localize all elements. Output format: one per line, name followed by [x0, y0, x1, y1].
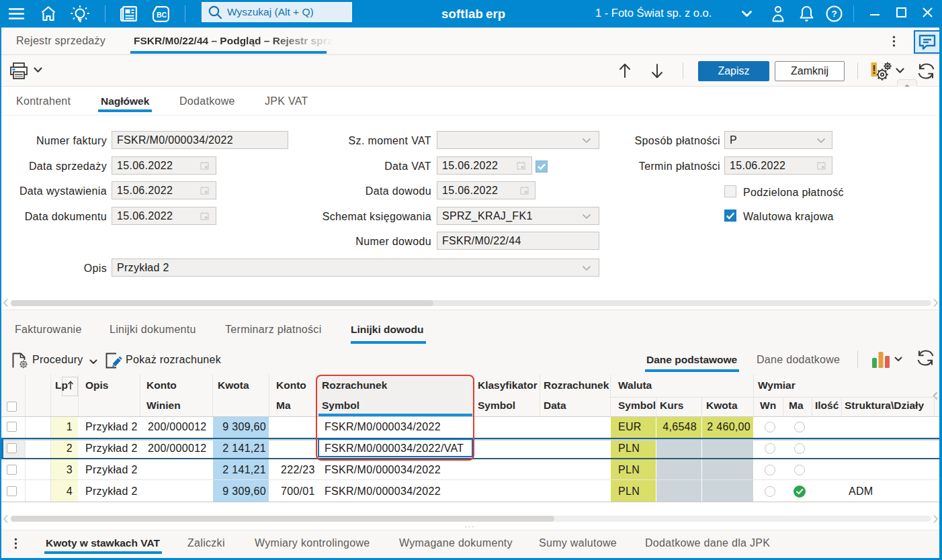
svg-text:!: !	[872, 63, 876, 77]
svg-text:?: ?	[832, 9, 837, 19]
svg-text:BC: BC	[157, 11, 167, 19]
